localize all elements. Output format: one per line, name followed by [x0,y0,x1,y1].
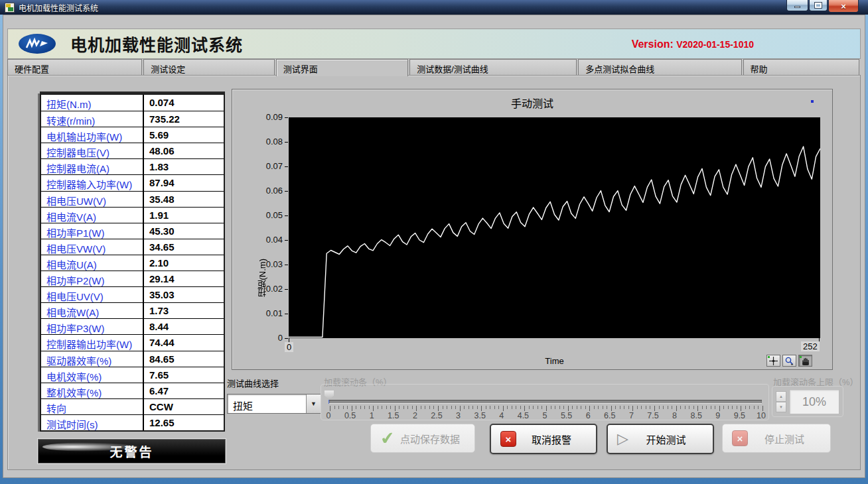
chart-container: 手动测试 扭矩(N.m) 0.090.080.070.060.050.040.0… [232,89,833,370]
version-value: V2020-01-15-1010 [676,39,754,50]
tab-hardware-config[interactable]: 硬件配置 [7,59,142,75]
table-row: 相电流V(A)1.91 [41,207,224,223]
button-label: 取消报警 [516,432,596,446]
red-x-icon: × [500,431,516,447]
version-label: Version: [632,38,674,50]
row-value: 735.22 [144,111,224,127]
slider-tick-label: 2.5 [425,411,448,420]
row-label: 控制器输入功率(W) [41,175,144,190]
row-label: 相电压UV(V) [41,287,144,302]
row-value: 8.44 [144,319,224,334]
slider-tick-label: 6 [577,411,599,420]
curve-select-label: 测试曲线选择 [227,377,279,389]
arrow-up-icon: ▲ [779,394,783,398]
cursor-tool-led [768,356,770,358]
tab-test-settings[interactable]: 测试设定 [143,59,274,75]
row-label: 转向 [41,399,144,414]
table-row: 转速(r/min)735.22 [41,111,224,127]
spinner-down-button[interactable]: ▼ [776,402,786,412]
jog-save-button[interactable]: ✔点动保存数据 [370,424,475,453]
slider-track[interactable] [329,400,762,403]
row-value: 45.30 [144,223,224,239]
slider-major-ticks [330,406,763,411]
row-value: 1.83 [144,159,224,174]
curve-select-dropdown[interactable]: 扭矩 ▼ [227,394,321,414]
table-row: 整机效率(%)6.47 [41,383,224,398]
row-value: 5.69 [144,127,224,143]
row-value: 1.91 [144,208,224,223]
start-test-button[interactable]: ▷开始测试 [607,424,714,454]
row-value: 7.65 [144,367,224,383]
play-icon: ▷ [617,430,628,448]
slider-handle[interactable] [325,391,334,400]
table-row: 扭矩(N.m)0.074 [41,95,224,111]
slider-tick-label: 6.5 [599,411,621,420]
plot-area[interactable] [289,117,820,338]
row-label: 控制器电压(V) [41,143,144,158]
tab-help[interactable]: 帮助 [743,59,859,75]
row-value: 74.44 [144,335,224,350]
y-tick-label: 0.09 [252,112,283,122]
tab-test-interface[interactable]: 测试界面 [276,59,408,76]
table-row: 相功率P1(W)45.30 [41,223,224,239]
zoom-tool-button[interactable] [782,355,796,367]
version-text: Version: V2020-01-15-1010 [632,38,754,50]
y-tick-label: 0.03 [252,259,283,269]
cancel-alarm-button[interactable]: ×取消报警 [490,424,597,454]
upper-limit-value[interactable]: 10% [789,389,839,414]
header-band: 电机加载性能测试系统 Version: V2020-01-15-1010 [7,29,861,59]
stop-test-button[interactable]: ×停止测试 [722,424,831,453]
table-row: 转向CCW [41,398,224,414]
upper-limit-spinner: ▲ ▼ [776,391,786,412]
table-row: 电机输出功率(W)5.69 [41,127,224,143]
row-label: 相电压VW(V) [41,239,144,255]
spinner-up-button[interactable]: ▲ [776,391,786,402]
row-value: 84.65 [144,351,224,367]
slider-tick-label: 8 [664,411,686,420]
y-tick-label: 0.07 [252,161,283,171]
y-tick-mark [285,191,288,192]
y-tick-mark [285,166,288,167]
graph-tool-palette [766,355,812,367]
slider-tick-label: 9 [707,411,729,420]
tab-multipoint-fit-curve[interactable]: 多点测试拟合曲线 [578,59,741,75]
y-tick-mark [285,314,288,314]
table-row: 测试时间(s)12.65 [41,414,224,430]
magnifier-icon [785,357,794,365]
maximize-button[interactable] [809,0,828,11]
table-row: 相电压VW(V)34.65 [41,239,224,255]
curve-select-value: 扭矩 [228,394,306,413]
slider-tick-label: 2 [403,411,426,420]
tab-bar: 硬件配置测试设定测试界面测试数据/测试曲线多点测试拟合曲线帮助 [7,59,861,76]
y-tick-label: 0 [252,333,283,343]
row-label: 相电流U(A) [41,255,144,271]
table-row: 控制器输出功率(W)74.44 [41,334,224,350]
legend-dot [811,100,814,103]
table-row: 控制器电压(V)48.06 [41,143,224,158]
y-tick-mark [285,289,288,290]
slider-tick-label: 1 [360,411,383,420]
y-tick-mark [285,265,288,265]
row-label: 控制器电流(A) [41,159,144,174]
y-tick-mark [285,142,288,143]
slider-tick-label: 0.5 [339,411,362,420]
load-slider: 00.511.522.533.544.555.566.577.588.599.5… [321,384,769,420]
slider-tick-label: 3.5 [469,411,491,420]
row-label: 电机输出功率(W) [41,127,144,143]
row-value: 1.73 [144,303,224,318]
table-row: 相电压UW(V)35.48 [41,191,224,207]
table-row: 控制器输入功率(W)87.94 [41,174,224,190]
x-max-label[interactable]: 252 [801,341,820,351]
button-label: 点动保存数据 [395,432,474,446]
minimize-button[interactable] [786,0,808,11]
table-row: 相电压UV(V)35.03 [41,286,224,302]
app-icon [5,3,15,13]
pan-tool-button[interactable] [798,355,812,367]
dropdown-button[interactable]: ▼ [306,394,321,413]
y-tick-mark [285,240,288,241]
cursor-tool-button[interactable] [766,355,780,367]
row-label: 扭矩(N.m) [41,95,144,111]
slider-tick-label: 1.5 [382,411,405,420]
tab-test-data-curve[interactable]: 测试数据/测试曲线 [409,59,577,75]
close-button[interactable]: × [828,0,859,13]
